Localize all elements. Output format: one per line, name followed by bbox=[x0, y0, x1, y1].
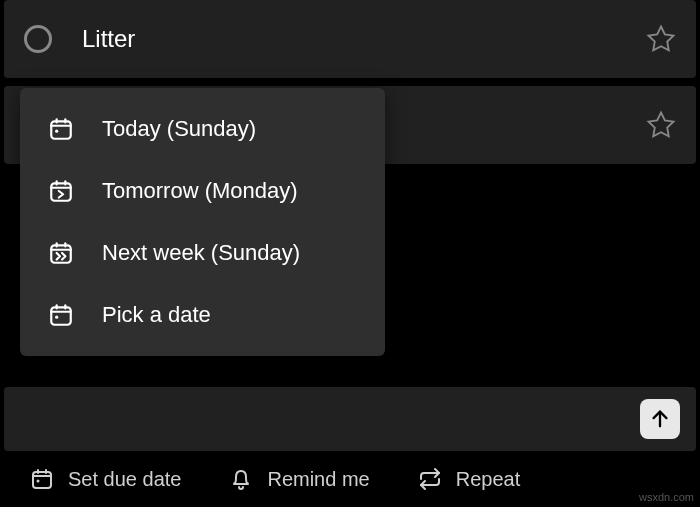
task-title: Litter bbox=[82, 25, 646, 53]
dropdown-label: Pick a date bbox=[102, 302, 211, 328]
repeat-label: Repeat bbox=[456, 468, 521, 491]
bell-icon bbox=[229, 467, 253, 491]
due-date-label: Set due date bbox=[68, 468, 181, 491]
new-task-input-area[interactable] bbox=[4, 387, 696, 451]
watermark: wsxdn.com bbox=[639, 491, 694, 503]
dropdown-label: Tomorrow (Monday) bbox=[102, 178, 298, 204]
due-date-dropdown: Today (Sunday) Tomorrow (Monday) Next we… bbox=[20, 88, 385, 356]
svg-point-20 bbox=[55, 316, 58, 319]
set-due-date-button[interactable]: Set due date bbox=[30, 467, 181, 491]
svg-point-25 bbox=[37, 480, 40, 483]
calendar-tomorrow-icon bbox=[48, 178, 74, 204]
svg-point-7 bbox=[55, 130, 58, 133]
remind-me-button[interactable]: Remind me bbox=[229, 467, 369, 491]
repeat-button[interactable]: Repeat bbox=[418, 467, 521, 491]
calendar-pick-icon bbox=[48, 302, 74, 328]
dropdown-item-today[interactable]: Today (Sunday) bbox=[20, 98, 385, 160]
star-icon[interactable] bbox=[646, 110, 676, 140]
svg-rect-3 bbox=[51, 121, 71, 138]
calendar-nextweek-icon bbox=[48, 240, 74, 266]
dropdown-item-tomorrow[interactable]: Tomorrow (Monday) bbox=[20, 160, 385, 222]
star-icon[interactable] bbox=[646, 24, 676, 54]
dropdown-label: Today (Sunday) bbox=[102, 116, 256, 142]
complete-circle[interactable] bbox=[24, 25, 52, 53]
dropdown-item-nextweek[interactable]: Next week (Sunday) bbox=[20, 222, 385, 284]
task-item[interactable]: Litter bbox=[4, 0, 696, 78]
dropdown-label: Next week (Sunday) bbox=[102, 240, 300, 266]
bottom-toolbar: Set due date Remind me Repeat bbox=[0, 451, 700, 507]
svg-rect-12 bbox=[51, 245, 71, 262]
calendar-today-icon bbox=[48, 116, 74, 142]
remind-label: Remind me bbox=[267, 468, 369, 491]
svg-rect-16 bbox=[51, 307, 71, 324]
svg-marker-0 bbox=[649, 27, 674, 51]
dropdown-item-pickdate[interactable]: Pick a date bbox=[20, 284, 385, 346]
svg-rect-21 bbox=[33, 472, 51, 488]
repeat-icon bbox=[418, 467, 442, 491]
svg-marker-1 bbox=[649, 113, 674, 137]
submit-button[interactable] bbox=[640, 399, 680, 439]
calendar-icon bbox=[30, 467, 54, 491]
arrow-up-icon bbox=[649, 408, 671, 430]
